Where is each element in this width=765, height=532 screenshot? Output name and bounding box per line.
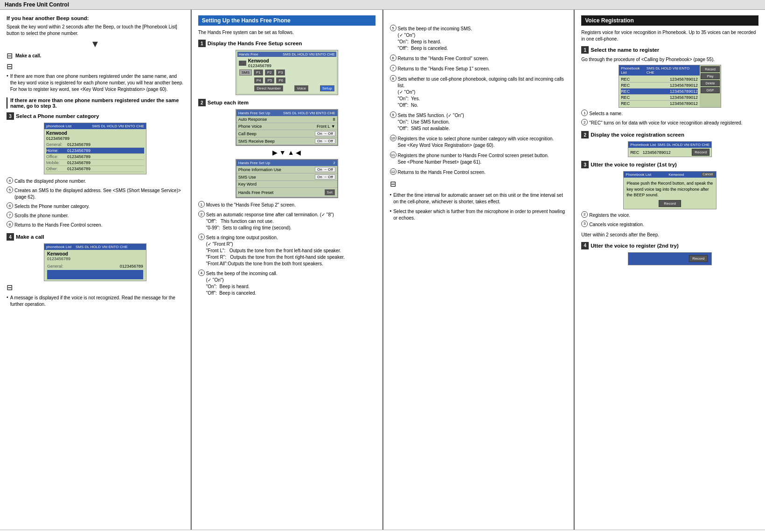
vr-step4-screen: Record: [628, 252, 712, 265]
highlight-text: If there are more than one phone numbers…: [7, 97, 184, 109]
vr-entry-5: REC 123456789012: [621, 101, 698, 106]
header-title: Hands Free Unit Control: [5, 1, 69, 8]
setup-row-3: Call Beep On → Off: [236, 130, 337, 138]
step3-note-4: 4 Calls the displayed phone number.: [7, 177, 184, 186]
setup-screen-1-body: Auto Response 8 Phone Voice Front L ▼ Ca…: [236, 116, 337, 145]
setup-row-1: Auto Response 8: [236, 116, 337, 123]
col4-section-header: Voice Registration: [581, 15, 758, 26]
note-b: 2 Sets an automatic response time after …: [198, 211, 376, 232]
setup-row-7: Key Word: [236, 181, 337, 188]
phone-entry-other: Other: 0123456789: [46, 166, 144, 172]
disp-button[interactable]: DiSP: [701, 87, 720, 93]
column-3: 5 Sets the beep of the incoming SMS.(✓ "…: [383, 10, 574, 530]
setup-screen-2-header: Hands Free Set Up 2: [236, 160, 337, 166]
vr-entry-2: REC 123456789012: [621, 83, 698, 89]
setup-row-2: Phone Voice Front L ▼: [236, 123, 337, 130]
col3-note-icon: ⊟: [390, 180, 567, 188]
phonebook-body: Kenwood 0123456789 General: 0123456789 H…: [44, 129, 146, 174]
make-call-body: Kenwood 0123456789 General: 0123456789: [44, 250, 146, 281]
record-btn-step4[interactable]: Record: [689, 255, 708, 262]
hf-screen-body: 📞 Kenwood 0123456789 SMS P1 P2 P3 P4 P5: [237, 57, 336, 93]
step3-note-5: 5 Creates an SMS to the displayed addres…: [7, 187, 184, 201]
vr-step2-screen: Phonebook List SMS DL HOLD Vfd ENTO CHE …: [628, 141, 712, 157]
phone-entry-home: Home: 0123456789: [46, 148, 144, 154]
vr-step2-record-btn[interactable]: Record: [692, 149, 709, 156]
vr-step2-label: 2 Display the voice registration screen: [581, 131, 758, 138]
delete-button[interactable]: Delete: [701, 80, 720, 86]
beep-text: Speak the key word within 2 seconds afte…: [7, 24, 184, 37]
make-call-label: Make a call.: [15, 53, 42, 59]
setup-screen-2-body: Phone Information Use On → Off SMS Use O…: [236, 166, 337, 197]
col4-intro: Registers voice for voice recognition in…: [581, 29, 758, 42]
vr-entry-1: REC 123456789012: [621, 76, 698, 83]
col2-section-header: Setting Up the Hands Free Phone: [198, 15, 376, 26]
setup-row-6: SMS Use On → Off: [236, 173, 337, 181]
note-a: 1 Moves to the "Hands Free Setup 2" scre…: [198, 201, 376, 209]
vr-phonebook-buttons: Record Play Delete DiSP: [700, 65, 721, 107]
phone-entry-general: General: 0123456789: [46, 142, 144, 148]
col3-note-5: 5 Sets the beep of the incoming SMS.(✓ "…: [390, 25, 567, 53]
make-call-header: phonebook List SMS DL HOLD Vfd ENTO CHE: [44, 244, 146, 250]
setup-row-4: SMS Receive Beep On → Off: [236, 138, 337, 145]
utter-text: Utter within 2 seconds after the Beep.: [581, 232, 758, 238]
col3-notes: 5 Sets the beep of the incoming SMS.(✓ "…: [390, 25, 567, 177]
note-icon-3: ⊟: [7, 283, 13, 292]
vr-step1-label: 1 Select the name to register: [581, 46, 758, 54]
col3-note-10: 10 Registers the voice to select phone n…: [390, 135, 567, 150]
step3-note-7: 7 Scrolls the phone number.: [7, 212, 184, 220]
note-d: 4 Sets the beep of the incoming call.(✓ …: [198, 269, 376, 297]
step3-phonebook-screen: phonebook List SMS DL HOLD Vfd ENTO CHE …: [44, 123, 146, 174]
page-footer: 58 DNX8120/DDX812/DDX8032BT Next page ▶ …: [0, 530, 765, 532]
nav-arrows: ▶ ▼ ▲ ◀: [198, 149, 376, 156]
hands-free-screen: Hands Free SMS DL HOLD Vfd ENTO CHE 📞 Ke…: [236, 50, 338, 95]
vr-entry-3: REC 123456789012: [621, 89, 698, 95]
note-c: 3 Sets a ringing tone output position.(✓…: [198, 234, 376, 268]
step4-bullet: • A message is displayed if the voice is…: [7, 294, 184, 309]
col3-bullet1: • Either the time interval for automatic…: [390, 191, 567, 206]
arrow-down-1: ▼: [7, 39, 184, 49]
setup-row-5: Phone Information Use On → Off: [236, 166, 337, 173]
make-call-screen: phonebook List SMS DL HOLD Vfd ENTO CHE …: [44, 243, 146, 281]
column-4: Voice Registration Registers voice for v…: [575, 10, 765, 530]
phonebook-header: phonebook List SMS DL HOLD Vfd ENTO CHE: [44, 123, 146, 129]
page-header: Hands Free Unit Control: [0, 0, 765, 10]
step3-note-6: 6 Selects the Phone number category.: [7, 202, 184, 211]
setup-screen-1-header: Hands Free Set Up SMS DL HOLD Vfd ENTO C…: [236, 110, 337, 116]
note-icon-2: ⊟: [7, 62, 13, 71]
note-icon-1: ⊟: [7, 51, 13, 60]
col3-note-6: 6 Returns to the "Hands Free Control" sc…: [390, 55, 567, 63]
col3-note-12: 12 Returns to the Hands Free Control scr…: [390, 168, 567, 177]
beep-heading: If you hear another Beep sound:: [7, 15, 89, 21]
column-1: If you hear another Beep sound: Speak th…: [0, 10, 191, 530]
phone-entry-mobile: Mobile: 0123456789: [46, 160, 144, 166]
step-4-label: 4 Make a call: [7, 233, 184, 241]
col3-bullet2: • Select the speaker which is further fr…: [390, 207, 567, 222]
play-button[interactable]: Play: [701, 73, 720, 79]
step-1-label: 1 Display the Hands Free Setup screen: [198, 40, 376, 47]
record-button[interactable]: Record: [701, 66, 720, 72]
col3-note-8: 8 Sets whether to use cell-phone phonebo…: [390, 75, 567, 110]
vr-step3-note-3: 3 Cancels voice registration.: [581, 221, 758, 229]
hf-screen-header: Hands Free SMS DL HOLD Vfd ENTO CHE: [237, 52, 336, 57]
step-2-label: 2 Setup each item: [198, 99, 376, 106]
col3-note-9: 9 Sets the SMS function. (✓ "On")"On": U…: [390, 111, 567, 133]
vr-step3-note-2: 2 Registers the voice.: [581, 211, 758, 220]
setup-row-8: Hands Free Preset Set: [236, 188, 337, 197]
vr-step4-label: 4 Utter the voice to register (2nd try): [581, 242, 758, 249]
vr-note-1: 1 Selects a name.: [581, 110, 758, 118]
record-btn-step3[interactable]: Record: [659, 200, 681, 207]
vr-phonebook-screen: Phonebook List SMS DL HOLD Vfd ENTO CHE …: [619, 65, 721, 108]
note-icon-3-row: ⊟: [7, 283, 184, 292]
step3-note-8: 8 Returns to the Hands Free Control scre…: [7, 221, 184, 229]
step2-notes: 1 Moves to the "Hands Free Setup 2" scre…: [198, 201, 376, 297]
vr-step3-label: 3 Utter the voice to register (1st try): [581, 161, 758, 168]
setup-screen-2: Hands Free Set Up 2 Phone Information Us…: [236, 159, 338, 198]
bullet-1: • If there are more than one phone numbe…: [7, 72, 184, 94]
vr-phonebook-list: Phonebook List SMS DL HOLD Vfd ENTO CHE …: [619, 65, 700, 107]
column-2: Setting Up the Hands Free Phone The Hand…: [192, 10, 382, 530]
step-3-label: 3 Select a Phone number category: [7, 112, 184, 120]
vr-step3-screen: Phonebook List Kenwood Cancel Please pus…: [623, 171, 716, 209]
setup-screen-1: Hands Free Set Up SMS DL HOLD Vfd ENTO C…: [236, 109, 338, 146]
cancel-btn-screen[interactable]: Cancel: [701, 173, 714, 177]
vr-step1-text: Go through the procedure of <Calling by …: [581, 56, 758, 63]
